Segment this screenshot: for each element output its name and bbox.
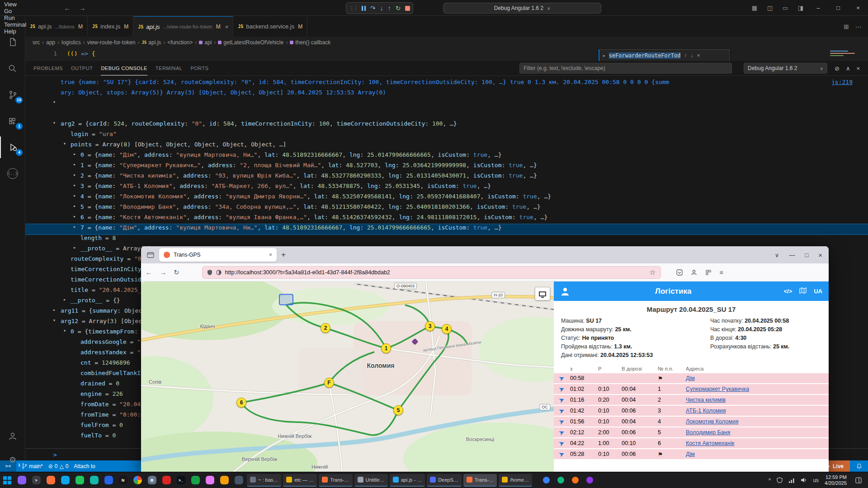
editor-tab-backend.service.js[interactable]: JSbackend.service.jsM	[233, 16, 307, 37]
find-close-icon[interactable]: ×	[697, 52, 700, 59]
route-map[interactable]: КіданчСопівКоломияНижній ВербіжВерхній В…	[141, 282, 554, 474]
task-indicator[interactable]: Attach to	[74, 463, 95, 469]
table-row[interactable]: 01:020:1000:041Супермаркет Рукавичка	[554, 384, 829, 395]
panel-tab-terminal[interactable]: TERMINAL	[156, 61, 183, 75]
volume-icon[interactable]	[801, 477, 807, 483]
account-icon[interactable]	[0, 425, 25, 447]
console-row[interactable]: ▸2 = {name: "Чистка килимів", address: "…	[25, 172, 868, 183]
forward-icon[interactable]: →	[79, 4, 85, 12]
browser-reload-icon[interactable]: ↻	[174, 268, 179, 277]
browser-forward-icon[interactable]: →	[160, 268, 166, 276]
bookmark-star-icon[interactable]: ☆	[649, 268, 656, 277]
pocket-icon[interactable]	[676, 269, 683, 276]
route-stop-marker[interactable]: 4	[442, 324, 452, 334]
start-button[interactable]	[0, 474, 14, 487]
find-next-icon[interactable]: ↓	[690, 52, 693, 59]
problems-indicator[interactable]: ⊘0 △0	[48, 463, 69, 469]
stop-address-link[interactable]: Дім	[686, 451, 695, 457]
editor[interactable]: 1 (() => { ▸ seForwarderRouteForTod ↑ ↓ …	[25, 48, 868, 61]
table-row[interactable]: 01:160:2000:042Чистка килимів	[554, 395, 829, 406]
step-over-icon[interactable]: ↷	[370, 5, 376, 11]
stop-address-link[interactable]: Супермаркет Рукавичка	[686, 386, 749, 392]
list-tabs-icon[interactable]: ∨	[775, 252, 779, 258]
menu-terminal[interactable]: Terminal	[0, 21, 32, 28]
table-row[interactable]: 02:122:0000:065Володимир Баня	[554, 427, 829, 438]
source-link[interactable]: js:219	[831, 79, 853, 85]
tab-close-icon[interactable]: ×	[269, 252, 272, 258]
toggle-sidebar-icon[interactable]: ◨	[793, 5, 808, 11]
twistie-icon[interactable]: ▸	[73, 245, 76, 250]
table-row[interactable]: 01:420:1000:063АТБ-1 Коломия	[554, 406, 829, 417]
taskbar-window-button[interactable]: Untitle…	[354, 474, 388, 487]
route-stop-marker[interactable]: 2	[321, 323, 330, 333]
map-screenshot-button[interactable]	[535, 287, 550, 300]
pinned-app-icon[interactable]	[44, 474, 57, 487]
selected-point-marker[interactable]	[279, 294, 293, 305]
tray-app-icon[interactable]	[569, 474, 582, 487]
route-stop-marker[interactable]: F	[324, 378, 334, 388]
console-row[interactable]: ▾	[25, 99, 868, 110]
panel-tab-ports[interactable]: PORTS	[190, 61, 208, 75]
firefox-view-icon[interactable]	[145, 250, 156, 260]
pinned-app-icon[interactable]: ⚙	[145, 474, 159, 487]
pinned-app-icon[interactable]: >_	[174, 474, 188, 487]
map-view-icon[interactable]	[799, 287, 807, 295]
console-row[interactable]: length = 8	[25, 235, 868, 245]
permissions-icon[interactable]	[216, 270, 222, 275]
taskbar-window-button[interactable]: etc — …	[283, 474, 317, 487]
menu-view[interactable]: View	[0, 1, 32, 8]
account-icon[interactable]	[691, 269, 697, 276]
customize-layout-icon[interactable]: ▦	[747, 5, 762, 11]
breadcrumb-item[interactable]: JSapi.js	[142, 39, 161, 46]
close-button[interactable]: ×	[848, 0, 868, 15]
menu-go[interactable]: Go	[0, 8, 32, 14]
route-stop-marker[interactable]: 1	[381, 343, 391, 353]
source-control-icon[interactable]: 15	[0, 84, 25, 106]
twistie-icon[interactable]: ▸	[73, 214, 76, 219]
pinned-app-icon[interactable]	[189, 474, 202, 487]
more-actions-icon[interactable]: ⋯	[855, 23, 862, 30]
console-row[interactable]: ▸0 = {name: "Дім", address: "вулиця Март…	[25, 151, 868, 162]
tray-app-icon[interactable]	[540, 474, 553, 487]
shield-tray-icon[interactable]	[777, 477, 783, 483]
panel-tab-output[interactable]: OUTPUT	[71, 61, 93, 75]
stop-address-link[interactable]: Володимир Баня	[686, 429, 730, 436]
panel-tab-debug-console[interactable]: DEBUG CONSOLE	[101, 61, 147, 75]
console-row[interactable]: ▸6 = {name: "Костя Автомеханік", address…	[25, 214, 868, 224]
twistie-icon[interactable]: ▾	[53, 318, 56, 323]
settings-gear-icon[interactable]: ⚙1	[0, 449, 25, 471]
stop-address-link[interactable]: Локомотив Коломия	[686, 418, 739, 425]
breadcrumb-item[interactable]: api	[199, 39, 212, 46]
explorer-icon[interactable]	[0, 32, 25, 53]
maximize-panel-icon[interactable]: ∧	[846, 65, 850, 72]
find-prev-icon[interactable]: ↑	[684, 52, 687, 59]
pinned-app-icon[interactable]: >	[29, 474, 43, 487]
breadcrumb-item[interactable]: <function>	[167, 39, 193, 46]
json-extension-icon[interactable]: {..}	[0, 163, 25, 184]
twistie-icon[interactable]: ▸	[53, 307, 56, 312]
console-row[interactable]: true {name: "SU 17"} {carId: 524, routeC…	[25, 79, 868, 89]
search-icon[interactable]	[0, 58, 25, 80]
pinned-app-icon[interactable]	[15, 474, 28, 487]
pinned-app-icon[interactable]	[232, 474, 245, 487]
table-row[interactable]: 04:221:0000:106Костя Автомеханік	[554, 438, 829, 449]
browser-close-button[interactable]: ×	[818, 251, 822, 259]
tray-app-icon[interactable]	[554, 474, 568, 487]
pinned-app-icon[interactable]	[217, 474, 231, 487]
twistie-icon[interactable]: ▸	[73, 224, 76, 229]
restart-icon[interactable]: ↻	[396, 5, 401, 11]
minimap[interactable]	[830, 49, 862, 60]
console-row[interactable]: ▾arg2 = {carId: 524, routeComplexity: "0…	[25, 120, 868, 131]
user-icon[interactable]	[560, 286, 570, 296]
find-widget[interactable]: ▸ seForwarderRouteForTod ↑ ↓ ×	[599, 49, 730, 61]
pinned-app-icon[interactable]	[58, 474, 72, 487]
browser-tab[interactable]: Trans-GPS ×	[159, 248, 277, 262]
back-icon[interactable]: ←	[64, 4, 71, 12]
extensions-icon[interactable]	[705, 269, 712, 276]
menu-help[interactable]: Help	[0, 28, 32, 35]
twistie-icon[interactable]: ▸	[73, 162, 76, 167]
twistie-icon[interactable]: ▸	[73, 172, 76, 177]
editor-tab-api.js[interactable]: JSapi.js.../view-route-for-tokenM×	[133, 16, 233, 37]
console-filter-input[interactable]: Filter (e.g. text, !exclude, \escape)	[519, 63, 732, 74]
split-editor-icon[interactable]: ⊞	[844, 23, 849, 30]
